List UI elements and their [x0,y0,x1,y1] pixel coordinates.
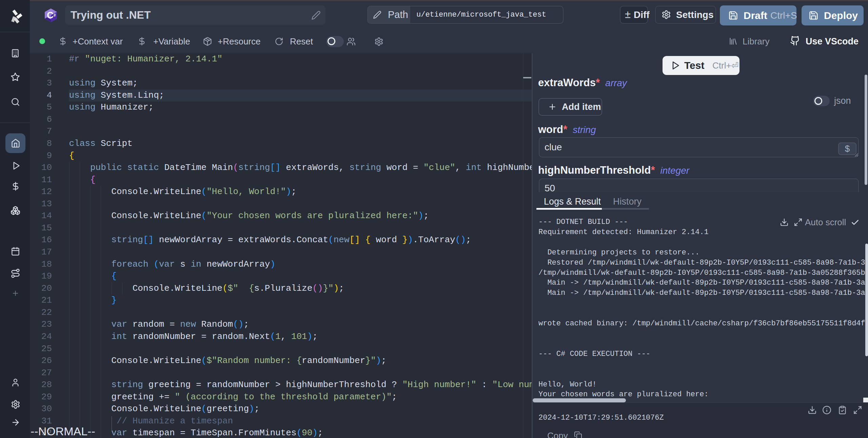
svg-text:C: C [47,10,54,20]
svg-text:#: # [54,13,56,18]
